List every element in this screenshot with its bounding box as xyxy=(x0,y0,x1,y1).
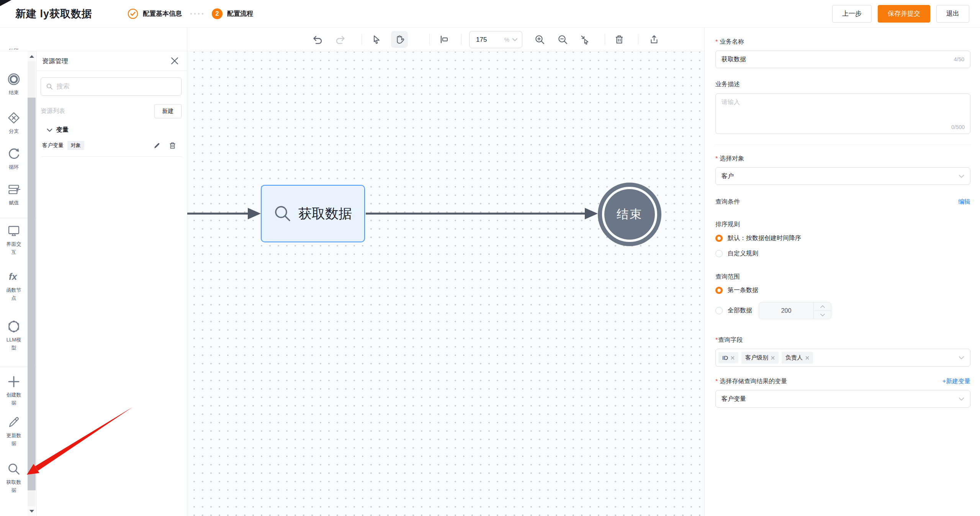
condition-edit-link[interactable]: 编辑 xyxy=(958,198,970,206)
loop-icon xyxy=(7,147,20,160)
flow-node-get-data[interactable]: 获取数据 xyxy=(261,185,365,242)
align-button[interactable] xyxy=(435,31,452,48)
result-variable-row: * 选择存储查询结果的变量 +新建变量 xyxy=(715,377,970,385)
name-field-label: * 业务名称 xyxy=(715,38,970,46)
palette-scrollbar[interactable] xyxy=(28,51,36,516)
toolbar-divider xyxy=(461,34,461,45)
palette-item-function[interactable]: fx 函数节点 xyxy=(0,270,28,302)
result-variable-select[interactable]: 客户变量 xyxy=(715,390,970,408)
stepper-down-button[interactable] xyxy=(814,310,831,319)
scroll-up-button[interactable] xyxy=(28,51,36,61)
range-all-option[interactable]: 全部数据 200 xyxy=(715,302,970,319)
edit-pencil-icon[interactable] xyxy=(153,142,160,149)
save-submit-button[interactable]: 保存并提交 xyxy=(878,5,930,23)
page-title: 新建 ly获取数据 xyxy=(15,7,92,21)
top-actions: 上一步 保存并提交 退出 xyxy=(832,5,969,23)
radio-unselected[interactable] xyxy=(715,250,723,257)
palette-item-get-data[interactable]: 获取数据 xyxy=(0,462,28,494)
variable-list-item[interactable]: 客户变量 对象 xyxy=(41,139,182,157)
prev-step-button[interactable]: 上一步 xyxy=(832,5,872,23)
top-bar: 新建 ly获取数据 配置基本信息 2 配置流程 上一步 保存并提交 退出 xyxy=(0,0,980,28)
radio-selected[interactable] xyxy=(715,287,723,294)
canvas-grid[interactable]: 获取数据 结束 xyxy=(187,52,704,516)
palette-item-clipped[interactable]: 开始 xyxy=(0,49,28,59)
zoom-out-button[interactable] xyxy=(554,31,571,48)
new-resource-button[interactable]: 新建 xyxy=(154,104,182,118)
name-value: 获取数据 xyxy=(722,56,746,64)
range-first-option[interactable]: 第一条数据 xyxy=(715,286,970,294)
new-variable-link[interactable]: +新建变量 xyxy=(942,377,970,385)
condition-row: 查询条件 编辑 xyxy=(715,198,970,206)
chevron-down-icon xyxy=(47,128,52,132)
zoom-level-select[interactable]: 175 % xyxy=(469,31,522,48)
stepper-up-button[interactable] xyxy=(814,302,831,310)
palette-item-end[interactable]: 结束 xyxy=(0,73,28,96)
pencil-icon xyxy=(7,416,20,429)
variable-type-tag: 对象 xyxy=(67,141,84,150)
chevron-down-icon xyxy=(959,175,964,178)
zoom-in-icon xyxy=(535,34,545,45)
chevron-up-icon xyxy=(820,305,825,308)
toolbar-divider xyxy=(605,34,605,45)
flow-node-label: 获取数据 xyxy=(298,205,352,223)
condition-label: 查询条件 xyxy=(715,198,740,206)
zoom-out-icon xyxy=(558,34,568,45)
exit-button[interactable]: 退出 xyxy=(936,5,969,23)
result-variable-value: 客户变量 xyxy=(722,395,746,403)
zoom-in-button[interactable] xyxy=(531,31,548,48)
name-char-counter: 4/50 xyxy=(954,56,964,62)
delete-button[interactable] xyxy=(611,31,628,48)
select-tool-button[interactable] xyxy=(368,31,384,48)
corner-mark xyxy=(0,0,12,7)
delete-trash-icon[interactable] xyxy=(169,142,176,149)
resource-list-row: 资源列表 新建 xyxy=(41,104,182,118)
radio-selected[interactable] xyxy=(715,235,723,242)
step2-label[interactable]: 配置流程 xyxy=(227,9,253,18)
redo-button[interactable] xyxy=(332,31,349,48)
step-dots xyxy=(190,13,203,15)
palette-item-assign[interactable]: 赋值 xyxy=(0,183,28,207)
palette-item-create-data[interactable]: 创建数据 xyxy=(0,375,28,407)
fit-view-icon xyxy=(579,34,590,45)
flow-node-end[interactable]: 结束 xyxy=(598,183,661,246)
undo-button[interactable] xyxy=(309,31,326,48)
fit-view-button[interactable] xyxy=(576,31,593,48)
scroll-down-button[interactable] xyxy=(28,506,36,516)
sort-rule-label: 排序规则 xyxy=(715,220,970,229)
sort-default-option[interactable]: 默认：按数据创建时间降序 xyxy=(715,234,970,242)
flow-edges xyxy=(187,52,704,516)
chevron-down-icon xyxy=(959,397,964,401)
object-select[interactable]: 客户 xyxy=(715,167,970,185)
chevron-down-icon xyxy=(820,314,825,317)
sort-custom-option[interactable]: 自定义规则 xyxy=(715,250,970,258)
palette-item-branch[interactable]: 分支 xyxy=(0,111,28,135)
palette-item-update-data[interactable]: 更新数据 xyxy=(0,416,28,447)
close-icon[interactable] xyxy=(170,56,179,65)
resource-search-input[interactable] xyxy=(57,83,176,90)
step1-label[interactable]: 配置基本信息 xyxy=(143,9,182,18)
magnifier-icon xyxy=(7,462,20,475)
palette-item-loop[interactable]: 循环 xyxy=(0,147,28,171)
variable-group-toggle[interactable]: 变量 xyxy=(47,126,182,134)
query-fields-label: * 查询字段 xyxy=(715,336,970,344)
desc-textarea[interactable]: 请输入 0/500 xyxy=(715,93,970,134)
palette-item-ui-interaction[interactable]: 界面交互 xyxy=(0,224,28,256)
export-button[interactable] xyxy=(646,31,663,48)
resource-list-title: 资源列表 xyxy=(41,107,65,115)
palette-item-llm[interactable]: LLM模型 xyxy=(0,320,28,352)
radio-unselected[interactable] xyxy=(715,307,723,314)
count-stepper[interactable]: 200 xyxy=(759,302,831,319)
result-variable-label: * 选择存储查询结果的变量 xyxy=(715,377,787,385)
pan-tool-button[interactable] xyxy=(391,31,408,48)
resource-panel-title: 资源管理 xyxy=(42,57,68,65)
end-node-circle: 结束 xyxy=(604,189,655,240)
scrollbar-thumb[interactable] xyxy=(28,98,36,490)
remove-tag-icon[interactable] xyxy=(771,356,775,360)
end-node-label: 结束 xyxy=(617,206,643,222)
name-input[interactable]: 获取数据 4/50 xyxy=(715,51,970,68)
resource-search-box[interactable] xyxy=(41,77,182,96)
remove-tag-icon[interactable] xyxy=(731,356,735,360)
remove-tag-icon[interactable] xyxy=(805,356,809,360)
query-fields-multiselect[interactable]: ID 客户级别 负责人 xyxy=(715,349,970,367)
magnifier-icon xyxy=(274,205,291,222)
